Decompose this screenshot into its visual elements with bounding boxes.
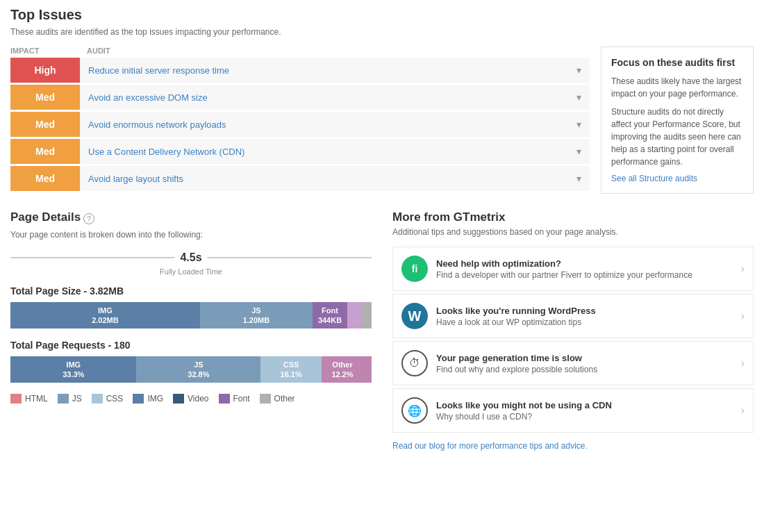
page-size-title: Total Page Size - 3.82MB [10,285,372,297]
impact-badge-med-2: Med [10,112,80,137]
legend-font: Font [219,394,250,404]
bar-img-size: IMG 2.02MB [10,302,200,329]
chevron-icon-3[interactable]: ▾ [568,139,590,164]
legend-label-video: Video [188,394,208,404]
legend-label-other: Other [274,394,295,404]
legend-color-video [173,394,184,404]
globe-icon: 🌐 [401,397,428,424]
loaded-time-value: 4.5s [174,251,207,264]
top-issues-title: Top Issues [10,7,754,23]
focus-box-para2: Structure audits do not directly affect … [611,106,743,168]
focus-box: Focus on these audits first These audits… [601,47,754,194]
bar-js-sublabel: 1.20MB [243,315,270,325]
legend-color-css [92,394,103,404]
bar-js-label: JS [251,306,260,315]
legend-label-js: JS [72,394,82,404]
tip-desc-0: Find a developer with our partner Fiverr… [436,270,733,280]
top-issues-subtitle: These audits are identified as the top i… [10,27,754,37]
audit-label-0: Reduce initial server response time [80,58,568,83]
tip-arrow-2: › [741,357,745,369]
chevron-icon-2[interactable]: ▾ [568,112,590,137]
tip-desc-1: Have a look at our WP optimization tips [436,317,733,327]
size-stacked-bar: IMG 2.02MB JS 1.20MB Font 344KB [10,302,372,329]
legend-video: Video [173,394,208,404]
legend-color-font [219,394,230,404]
issues-header: IMPACT AUDIT [10,47,590,55]
bar-font-sublabel: 344KB [318,315,342,325]
bar-img-label: IMG [98,306,113,315]
bar-img-req-sublabel: 33.3% [63,369,84,379]
loaded-time-label: Fully Loaded Time [10,267,372,276]
tip-content-2: Your page generation time is slow Find o… [436,353,733,374]
legend-css: CSS [92,394,124,404]
audit-label-1: Avoid an excessive DOM size [80,85,568,110]
focus-box-title: Focus on these audits first [611,57,743,68]
bar-css-req-label: CSS [283,360,299,369]
bar-font-label: Font [322,306,338,315]
col-audit-header: AUDIT [80,47,590,55]
chevron-icon-1[interactable]: ▾ [568,85,590,110]
issue-row-3[interactable]: Med Use a Content Delivery Network (CDN)… [10,139,590,164]
page-requests-title: Total Page Requests - 180 [10,340,372,351]
issue-row-0[interactable]: High Reduce initial server response time… [10,58,590,83]
impact-badge-med-4: Med [10,166,80,191]
focus-box-para1: These audits likely have the largest imp… [611,75,743,100]
chevron-icon-4[interactable]: ▾ [568,166,590,191]
legend-color-other [260,394,271,404]
legend-js: JS [58,394,82,404]
tip-arrow-1: › [741,310,745,322]
legend-html: HTML [10,394,48,404]
tip-title-2: Your page generation time is slow [436,353,733,363]
impact-badge-med-1: Med [10,85,80,110]
tip-desc-2: Find out why and explore possible soluti… [436,365,733,374]
page-details-title: Page Details [10,210,81,224]
tip-content-0: Need help with optimization? Find a deve… [436,258,733,280]
legend-img: IMG [133,394,163,404]
legend-label-img: IMG [147,394,163,404]
bar-img-req: IMG 33.3% [10,356,136,383]
tip-title-1: Looks like you're running WordPress [436,306,733,316]
page-details-subtitle: Your page content is broken down into th… [10,230,372,240]
blog-link[interactable]: Read our blog for more performance tips … [392,441,754,451]
bar-css-req: CSS 16.1% [260,356,322,383]
bar-other-req-label: Other [332,360,352,369]
page-details: Page Details ? Your page content is brok… [10,210,372,451]
tip-card-0[interactable]: fi Need help with optimization? Find a d… [392,247,754,291]
issue-row-4[interactable]: Med Avoid large layout shifts ▾ [10,166,590,191]
tip-arrow-0: › [741,263,745,275]
request-stacked-bar: IMG 33.3% JS 32.8% CSS 16.1% Other 12.2% [10,356,372,383]
audit-label-4: Avoid large layout shifts [80,167,568,191]
focus-box-link[interactable]: See all Structure audits [611,174,697,183]
wp-icon: W [401,303,428,329]
clock-icon: ⏱ [401,350,428,376]
legend-label-html: HTML [25,394,48,404]
loaded-time-bar: 4.5s [10,249,372,266]
audit-label-3: Use a Content Delivery Network (CDN) [80,140,568,164]
legend-label-font: Font [233,394,250,404]
mg-subtitle: Additional tips and suggestions based on… [392,227,754,237]
issues-table: IMPACT AUDIT High Reduce initial server … [10,47,590,194]
tip-desc-3: Why should I use a CDN? [436,412,733,422]
top-issues-container: IMPACT AUDIT High Reduce initial server … [10,47,754,194]
impact-badge-high: High [10,58,80,83]
help-icon[interactable]: ? [83,213,94,224]
tip-card-1[interactable]: W Looks like you're running WordPress Ha… [392,294,754,338]
bar-font-size: Font 344KB [313,302,347,329]
more-gtmetrix: More from GTmetrix Additional tips and s… [392,210,754,451]
legend: HTML JS CSS IMG Video Font [10,394,372,404]
legend-color-img [133,394,144,404]
bar-js-req: JS 32.8% [136,356,260,383]
legend-other: Other [260,394,295,404]
issue-row-2[interactable]: Med Avoid enormous network payloads ▾ [10,112,590,137]
bar-js-req-sublabel: 32.8% [188,369,209,379]
tip-card-3[interactable]: 🌐 Looks like you might not be using a CD… [392,388,754,433]
impact-badge-med-3: Med [10,139,80,164]
legend-color-html [10,394,22,404]
tip-card-2[interactable]: ⏱ Your page generation time is slow Find… [392,341,754,385]
issue-row-1[interactable]: Med Avoid an excessive DOM size ▾ [10,85,590,110]
bar-html-req [363,356,372,383]
legend-color-js [58,394,69,404]
legend-label-css: CSS [106,394,124,404]
page-details-title-row: Page Details ? [10,210,372,227]
chevron-icon-0[interactable]: ▾ [568,58,590,83]
